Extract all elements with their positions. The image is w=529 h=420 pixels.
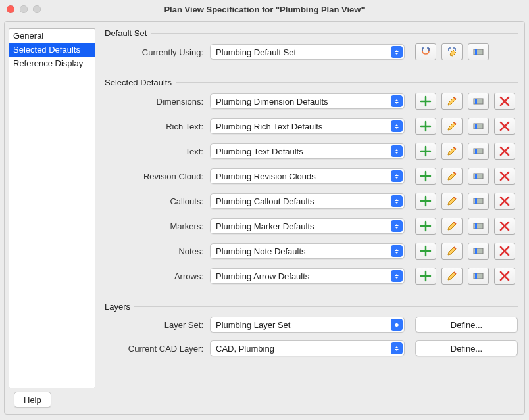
zoom-icon xyxy=(33,5,41,13)
define-cad-layer-button[interactable]: Define... xyxy=(415,340,518,356)
svg-rect-3 xyxy=(475,99,477,104)
edit-button[interactable] xyxy=(441,168,463,185)
select-currently-using[interactable]: Plumbing Default Set xyxy=(210,44,405,60)
label-layer-set: Layer Set: xyxy=(105,320,210,330)
close-icon[interactable] xyxy=(7,5,14,13)
row-select[interactable]: Plumbing Text Defaults xyxy=(210,143,405,159)
add-button[interactable] xyxy=(415,243,436,260)
svg-rect-17 xyxy=(475,273,477,279)
select-value: Plumbing Dimension Defaults xyxy=(216,97,328,106)
edit-button[interactable] xyxy=(441,218,463,235)
add-button[interactable] xyxy=(415,143,436,160)
define-layer-set-button[interactable]: Define... xyxy=(415,317,518,333)
row-label: Revision Cloud: xyxy=(105,172,210,181)
label-cad-layer: Current CAD Layer: xyxy=(105,344,210,354)
select-layer-set[interactable]: Plumbing Layer Set xyxy=(210,317,405,333)
delete-button[interactable] xyxy=(494,118,515,135)
painter-button[interactable] xyxy=(468,143,489,160)
row-select[interactable]: Plumbing Note Defaults xyxy=(210,243,405,259)
add-button[interactable] xyxy=(415,93,436,110)
selected-default-row: Markers:Plumbing Marker Defaults xyxy=(105,218,518,235)
select-value: Plumbing Text Defaults xyxy=(216,147,303,156)
add-button[interactable] xyxy=(415,268,436,285)
minimize-icon xyxy=(20,5,28,13)
selected-default-row: Notes:Plumbing Note Defaults xyxy=(105,243,518,260)
painter-button[interactable] xyxy=(468,268,489,285)
dropdown-arrows-icon xyxy=(391,95,403,107)
window-controls xyxy=(7,5,41,13)
row-label: Dimensions: xyxy=(105,97,210,106)
painter-button[interactable] xyxy=(468,193,489,210)
add-button[interactable] xyxy=(415,168,436,185)
delete-button[interactable] xyxy=(494,268,515,285)
select-value: Plumbing Rich Text Defaults xyxy=(216,122,322,131)
delete-button[interactable] xyxy=(494,93,515,110)
delete-button[interactable] xyxy=(494,243,515,260)
painter-button[interactable] xyxy=(468,168,489,185)
titlebar: Plan View Specification for "Plumbing Pl… xyxy=(0,0,529,18)
edit-button[interactable] xyxy=(441,193,463,210)
selected-default-row: Dimensions:Plumbing Dimension Defaults xyxy=(105,93,518,110)
dropdown-arrows-icon xyxy=(391,342,403,354)
painter-button[interactable] xyxy=(468,93,489,110)
dropdown-arrows-icon xyxy=(391,245,403,257)
painter-defaults-button[interactable] xyxy=(468,43,489,60)
add-button[interactable] xyxy=(415,193,436,210)
section-layers: Layers Layer Set: Plumbing Layer Set Def… xyxy=(105,302,518,364)
dropdown-arrows-icon xyxy=(391,170,403,182)
select-value: Plumbing Marker Defaults xyxy=(216,222,315,231)
row-select[interactable]: Plumbing Revision Clouds xyxy=(210,168,405,184)
edit-button[interactable] xyxy=(441,93,463,110)
row-select[interactable]: Plumbing Marker Defaults xyxy=(210,218,405,234)
edit-button[interactable] xyxy=(441,118,463,135)
row-label: Text: xyxy=(105,147,210,156)
selected-default-row: Callouts:Plumbing Callout Defaults xyxy=(105,193,518,210)
sidebar[interactable]: General Selected Defaults Reference Disp… xyxy=(9,28,95,388)
svg-rect-15 xyxy=(475,248,477,254)
row-label: Rich Text: xyxy=(105,122,210,131)
edit-defaults-button[interactable] xyxy=(441,43,463,60)
painter-button[interactable] xyxy=(468,218,489,235)
content-panel: Default Set Currently Using: Plumbing De… xyxy=(95,28,518,388)
delete-button[interactable] xyxy=(494,143,515,160)
row-select[interactable]: Plumbing Arrow Defaults xyxy=(210,268,405,284)
edit-button[interactable] xyxy=(441,268,463,285)
help-button[interactable]: Help xyxy=(14,392,51,408)
row-select[interactable]: Plumbing Dimension Defaults xyxy=(210,93,405,109)
legend-selected-defaults: Selected Defaults xyxy=(105,78,176,87)
edit-button[interactable] xyxy=(441,143,463,160)
legend-layers: Layers xyxy=(105,302,134,312)
select-value: Plumbing Note Defaults xyxy=(216,246,306,256)
delete-button[interactable] xyxy=(494,193,515,210)
sidebar-item-selected-defaults[interactable]: Selected Defaults xyxy=(9,43,95,57)
dropdown-arrows-icon xyxy=(391,120,403,132)
svg-rect-9 xyxy=(475,174,477,179)
selected-default-row: Text:Plumbing Text Defaults xyxy=(105,143,518,160)
dialog-body: General Selected Defaults Reference Disp… xyxy=(4,21,525,415)
delete-button[interactable] xyxy=(494,168,515,185)
row-label: Notes: xyxy=(105,246,210,256)
delete-button[interactable] xyxy=(494,218,515,235)
row-select[interactable]: Plumbing Rich Text Defaults xyxy=(210,118,405,134)
select-value: Plumbing Revision Clouds xyxy=(216,172,316,181)
svg-rect-1 xyxy=(475,49,477,55)
dropdown-arrows-icon xyxy=(391,319,403,331)
row-label: Markers: xyxy=(105,222,210,231)
sidebar-item-general[interactable]: General xyxy=(9,29,95,43)
row-select[interactable]: Plumbing Callout Defaults xyxy=(210,193,405,209)
add-button[interactable] xyxy=(415,118,436,135)
painter-button[interactable] xyxy=(468,243,489,260)
painter-button[interactable] xyxy=(468,118,489,135)
select-cad-layer[interactable]: CAD, Plumbing xyxy=(210,340,405,356)
sidebar-item-reference-display[interactable]: Reference Display xyxy=(9,57,95,70)
section-default-set: Default Set Currently Using: Plumbing De… xyxy=(105,28,518,68)
add-button[interactable] xyxy=(415,218,436,235)
window-title: Plan View Specification for "Plumbing Pl… xyxy=(164,5,365,14)
svg-rect-11 xyxy=(475,198,477,204)
select-value: CAD, Plumbing xyxy=(216,344,274,354)
section-selected-defaults: Selected Defaults Dimensions:Plumbing Di… xyxy=(105,78,518,292)
dropdown-arrows-icon xyxy=(391,195,403,207)
row-label: Callouts: xyxy=(105,197,210,206)
restore-defaults-button[interactable] xyxy=(415,43,436,60)
edit-button[interactable] xyxy=(441,243,463,260)
